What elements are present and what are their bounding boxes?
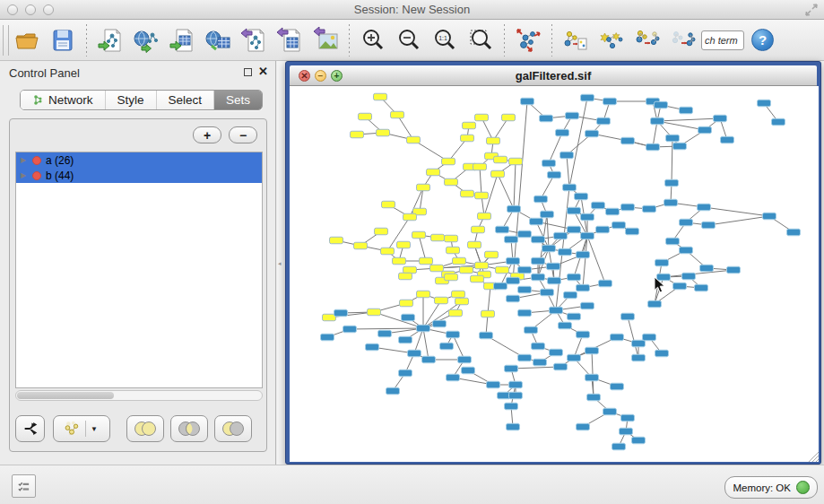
zoom-in-button[interactable]: [355, 22, 391, 58]
memory-status-button[interactable]: Memory: OK: [724, 476, 818, 499]
expand-arrow-icon[interactable]: ▶: [21, 171, 28, 179]
network-node: [540, 115, 553, 122]
control-panel-tabs: Network Style Select Sets: [20, 90, 263, 110]
toolbar-drag-handle[interactable]: [3, 25, 9, 56]
open-folder-icon: [13, 27, 40, 54]
network-graph[interactable]: [290, 86, 819, 462]
network-node: [714, 115, 727, 122]
memory-status-label: Memory: OK: [733, 482, 791, 493]
mouse-cursor: [652, 276, 668, 294]
network-node: [548, 277, 561, 284]
network-node: [334, 309, 348, 317]
set-row[interactable]: ▶a (26): [16, 152, 262, 168]
import-table-file-button[interactable]: [164, 22, 200, 58]
set-color-dot: [32, 171, 41, 180]
sets-horizontal-scrollbar[interactable]: [15, 390, 263, 401]
search-input[interactable]: [701, 30, 744, 50]
control-panel-title: Control Panel: [9, 66, 80, 80]
network-node: [471, 275, 484, 282]
split-set-button[interactable]: [15, 415, 45, 442]
remove-set-button[interactable]: −: [229, 126, 257, 143]
network-node: [577, 251, 590, 258]
add-to-set-button[interactable]: [629, 22, 665, 58]
task-history-button[interactable]: [12, 474, 36, 498]
import-network-file-icon: [97, 27, 124, 54]
network-node: [402, 314, 415, 321]
intersect-sets-button[interactable]: [170, 415, 208, 442]
network-node: [505, 365, 518, 372]
import-table-url-button[interactable]: [200, 22, 236, 58]
network-node: [518, 354, 532, 361]
export-image-button[interactable]: [308, 22, 343, 58]
network-node: [541, 289, 554, 296]
network-node: [621, 137, 635, 144]
toolbar-separator: [504, 24, 505, 56]
tab-select[interactable]: Select: [157, 91, 215, 109]
set-label: a (26): [46, 154, 74, 167]
tab-sets[interactable]: Sets: [214, 91, 262, 109]
network-node: [542, 160, 556, 167]
union-venn-icon: [132, 420, 159, 438]
network-node: [473, 163, 487, 170]
add-set-button[interactable]: +: [193, 126, 221, 143]
network-node: [417, 325, 430, 332]
set-style-dropdown-button[interactable]: ▼: [53, 415, 110, 442]
network-node: [632, 354, 646, 361]
network-node: [577, 331, 590, 338]
network-node: [343, 326, 357, 333]
scrollbar-thumb[interactable]: [17, 392, 114, 399]
network-window-titlebar[interactable]: ✕ − + galFiltered.sif: [290, 65, 817, 86]
network-canvas[interactable]: [290, 86, 819, 462]
resize-grip[interactable]: [806, 449, 819, 462]
network-node: [612, 443, 626, 450]
network-node: [485, 251, 499, 258]
create-set-from-network-button[interactable]: [558, 22, 594, 58]
set-row[interactable]: ▶b (44): [16, 168, 262, 183]
network-node: [682, 273, 696, 280]
export-table-button[interactable]: [272, 22, 308, 58]
fullscreen-icon[interactable]: [804, 3, 819, 17]
difference-sets-button[interactable]: [214, 415, 252, 442]
remove-from-set-button[interactable]: [665, 22, 701, 58]
network-node: [403, 266, 417, 274]
help-button[interactable]: ?: [751, 29, 774, 51]
apply-layout-button[interactable]: [510, 22, 546, 58]
network-node: [673, 143, 687, 150]
network-node: [621, 204, 635, 211]
export-network-button[interactable]: [236, 22, 272, 58]
network-node: [568, 313, 581, 320]
network-node: [673, 282, 687, 290]
zoom-out-button[interactable]: [391, 22, 427, 58]
sets-list[interactable]: ▶a (26)▶b (44): [15, 152, 263, 388]
union-sets-button[interactable]: [126, 415, 164, 442]
network-node: [382, 201, 395, 208]
zoom-fit-selected-button[interactable]: [463, 22, 499, 58]
network-node: [496, 226, 509, 233]
open-session-button[interactable]: [9, 22, 45, 58]
expand-arrow-icon[interactable]: ▶: [21, 156, 28, 164]
network-node: [611, 383, 624, 390]
tab-style[interactable]: Style: [106, 91, 157, 109]
panel-splitter-grip[interactable]: ◂: [278, 260, 282, 267]
network-node: [455, 298, 469, 305]
import-network-file-button[interactable]: [92, 22, 128, 58]
network-node: [487, 137, 500, 144]
float-panel-icon[interactable]: [244, 68, 252, 76]
import-network-url-button[interactable]: [128, 22, 164, 58]
save-floppy-icon: [49, 27, 76, 54]
network-node: [648, 300, 662, 308]
network-node: [487, 381, 500, 388]
network-node: [399, 336, 412, 343]
save-session-button[interactable]: [45, 22, 81, 58]
network-node: [626, 228, 639, 235]
select-set-nodes-button[interactable]: [594, 22, 629, 58]
network-node: [564, 291, 577, 299]
network-node: [447, 247, 460, 254]
zoom-actual-size-button[interactable]: 1:1: [427, 22, 463, 58]
network-node: [447, 331, 460, 338]
network-window[interactable]: ✕ − + galFiltered.sif: [285, 61, 821, 465]
network-node: [596, 226, 610, 233]
tab-network[interactable]: Network: [21, 91, 106, 109]
close-panel-icon[interactable]: ✕: [258, 65, 268, 78]
network-node: [505, 403, 518, 410]
